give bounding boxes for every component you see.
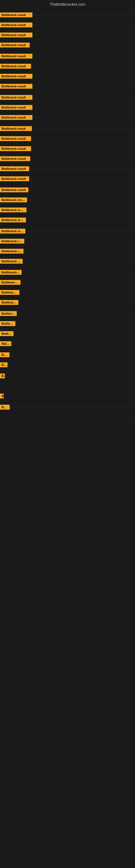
bar-item: Bottleneck result	[0, 105, 135, 110]
bottleneck-result-label: Bottleneck result	[0, 115, 32, 120]
bar-item: Bottleneck result	[0, 321, 135, 326]
bottleneck-result-label: Bottleneck result	[0, 249, 24, 254]
bottleneck-result-label: Bottleneck result	[0, 187, 28, 192]
bar-item: Bottleneck result	[0, 42, 135, 48]
bar-item: Bottleneck result	[0, 239, 135, 244]
bottleneck-result-label: Bottleneck result	[0, 321, 15, 326]
bar-item: Bottleneck result	[0, 373, 135, 378]
bottleneck-result-label: Bottleneck result	[0, 290, 19, 295]
bar-item: Bottleneck result	[0, 74, 135, 79]
bar-item: Bottleneck result	[0, 146, 135, 151]
bar-item: Bottleneck result	[0, 126, 135, 131]
bottleneck-result-label: Bottleneck result	[0, 300, 18, 305]
bar-item: Bottleneck result	[0, 331, 135, 336]
bottleneck-result-label: B	[0, 394, 4, 399]
bar-item: Bottleneck result	[0, 33, 135, 37]
bottleneck-result-label: Bottleneck result	[0, 126, 32, 131]
bottleneck-result-label: Bottleneck result	[0, 64, 31, 69]
site-title: TheBottlenecker.com	[0, 0, 135, 8]
bar-item: Bottleneck result	[0, 229, 135, 234]
bar-item: Bottleneck result	[0, 166, 135, 171]
bottleneck-result-label: Bottleneck result	[0, 311, 17, 316]
bar-item: Bottleneck result	[0, 341, 135, 346]
bar-item: Bottleneck result	[0, 176, 135, 181]
bar-item: Bottleneck result	[0, 84, 135, 89]
bar-item: Bottleneck result	[0, 12, 135, 18]
bottleneck-result-label: Bottleneck result	[0, 74, 32, 79]
bottleneck-result-label: Bottleneck result	[0, 373, 5, 378]
bar-item: Bottleneck result	[0, 208, 135, 212]
bar-item: Bottleneck result	[0, 290, 135, 295]
bar-item: Bottleneck result	[0, 115, 135, 120]
bar-item: Bottleneck result	[0, 352, 135, 357]
bar-item: Bottleneck result	[0, 300, 135, 305]
bottleneck-result-label: Bottleneck result	[0, 42, 30, 48]
bottleneck-result-label: Bottleneck result	[0, 270, 21, 275]
bottleneck-result-label: Bottleneck result	[0, 166, 29, 171]
bottleneck-result-label: Bottle	[0, 405, 10, 410]
bottleneck-result-label: Bottleneck result	[0, 23, 32, 27]
bottleneck-result-label: Bottleneck result	[0, 208, 27, 212]
bottleneck-result-label: Bottleneck result	[0, 239, 24, 244]
bar-item: Bottleneck result	[0, 280, 135, 285]
chart-area: Bottleneck resultBottleneck resultBottle…	[0, 8, 135, 848]
bottleneck-result-label: Bottleneck result	[0, 218, 26, 222]
bottleneck-result-label: Bottleneck result	[0, 95, 32, 100]
bottleneck-result-label: Bottleneck result	[0, 84, 32, 89]
bottleneck-result-label: Bottleneck result	[0, 12, 32, 18]
bar-item: Bottleneck result	[0, 259, 135, 264]
bottleneck-result-label: Bottleneck result	[0, 176, 29, 181]
bottleneck-result-label: Bottleneck result	[0, 352, 9, 357]
bottleneck-result-label: Bottleneck result	[0, 259, 23, 264]
bar-item: Bottleneck result	[0, 54, 135, 59]
bottleneck-result-label: Bottleneck result	[0, 362, 8, 367]
bar-item: Bottleneck result	[0, 64, 135, 69]
bottleneck-result-label: Bottleneck result	[0, 331, 13, 336]
bottleneck-result-label: Bottleneck result	[0, 156, 30, 161]
bottleneck-result-label: Bottleneck result	[0, 280, 20, 285]
bar-item: Bottleneck result	[0, 156, 135, 161]
bar-item: Bottleneck result	[0, 218, 135, 222]
bottleneck-result-label: Bottleneck result	[0, 33, 32, 37]
bottleneck-result-label: Bottleneck result	[0, 54, 32, 59]
bar-item: Bottleneck result	[0, 362, 135, 367]
bottleneck-result-label: Bottleneck result	[0, 229, 26, 234]
bottleneck-result-label: Bottleneck result	[0, 341, 11, 346]
bar-item: Bottleneck result	[0, 249, 135, 254]
bar-item: Bottleneck result	[0, 197, 135, 203]
bar-item: Bottleneck result	[0, 95, 135, 100]
bar-item: Bottleneck result	[0, 311, 135, 316]
bottleneck-result-label: Bottleneck result	[0, 105, 32, 110]
bar-item: Bottleneck result	[0, 187, 135, 192]
bar-item: Bottle	[0, 405, 135, 410]
bar-item: Bottleneck result	[0, 136, 135, 141]
bar-item: Bottleneck result	[0, 270, 135, 275]
bottleneck-result-label: Bottleneck result	[0, 146, 31, 151]
bar-item: Bottleneck result	[0, 23, 135, 27]
bottleneck-result-label: Bottleneck result	[0, 136, 31, 141]
bottleneck-result-label: Bottleneck result	[0, 197, 27, 203]
bar-item: B	[0, 394, 135, 399]
